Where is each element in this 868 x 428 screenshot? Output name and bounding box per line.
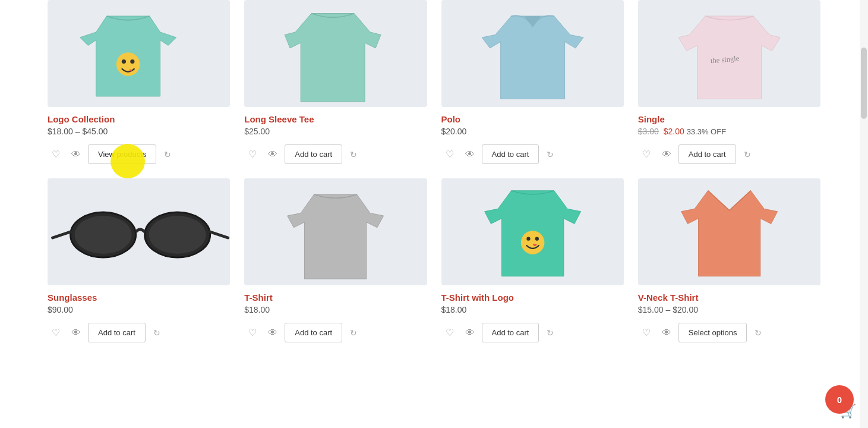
product-image-long-sleeve-tee — [244, 0, 427, 107]
product-price-t-shirt-with-logo: $18.00 — [441, 305, 624, 314]
product-actions-single: ♡ 👁 Add to cart ↻ — [638, 144, 820, 164]
refresh-icon-logo-collection[interactable]: ↻ — [160, 147, 175, 162]
add-to-cart-button-t-shirt-with-logo[interactable]: Add to cart — [482, 323, 539, 342]
product-actions-sunglasses: ♡ 👁 Add to cart ↻ — [48, 323, 230, 342]
scrollbar[interactable] — [860, 0, 868, 428]
product-actions-t-shirt-with-logo: ♡ 👁 Add to cart ↻ — [441, 323, 624, 342]
quickview-icon-long-sleeve-tee[interactable]: 👁 — [264, 146, 281, 163]
add-to-cart-button-sunglasses[interactable]: Add to cart — [88, 323, 146, 342]
wishlist-icon-sunglasses[interactable]: ♡ — [48, 325, 64, 341]
product-card-v-neck-t-shirt: V-Neck T-Shirt $15.00 – $20.00 ♡ 👁 Selec… — [638, 178, 820, 342]
product-actions-t-shirt: ♡ 👁 Add to cart ↻ — [244, 323, 427, 342]
refresh-icon-sunglasses[interactable]: ↻ — [149, 325, 165, 341]
wishlist-icon-t-shirt-with-logo[interactable]: ♡ — [441, 325, 458, 341]
scrollbar-thumb[interactable] — [861, 48, 867, 119]
product-price-sale-single: $2.00 — [664, 127, 684, 136]
product-price-v-neck-t-shirt: $15.00 – $20.00 — [638, 305, 820, 314]
add-to-cart-button-long-sleeve-tee[interactable]: Add to cart — [285, 144, 342, 164]
quickview-icon-sunglasses[interactable]: 👁 — [68, 325, 84, 341]
product-name-polo[interactable]: Polo — [441, 114, 624, 124]
product-image-single: the single — [638, 0, 820, 107]
products-grid-row1: Logo Collection $18.00 – $45.00 ♡ 👁 View… — [48, 0, 820, 164]
quickview-icon-polo[interactable]: 👁 — [462, 146, 478, 163]
quickview-icon-logo-collection[interactable]: 👁 — [68, 146, 84, 163]
refresh-icon-t-shirt-with-logo[interactable]: ↻ — [542, 325, 558, 341]
product-price-discount-single: 33.3% OFF — [687, 127, 726, 136]
product-actions-long-sleeve-tee: ♡ 👁 Add to cart ↻ — [244, 144, 427, 164]
quickview-icon-single[interactable]: 👁 — [658, 146, 675, 163]
wishlist-icon-t-shirt[interactable]: ♡ — [244, 325, 261, 341]
quickview-icon-t-shirt-with-logo[interactable]: 👁 — [462, 325, 478, 341]
highlight-circle — [111, 144, 145, 178]
add-to-cart-button-polo[interactable]: Add to cart — [482, 144, 539, 164]
wishlist-icon-logo-collection[interactable]: ♡ — [48, 146, 64, 163]
svg-point-1 — [122, 59, 126, 64]
product-price-sunglasses: $90.00 — [48, 305, 230, 314]
wishlist-icon-v-neck-t-shirt[interactable]: ♡ — [638, 325, 655, 341]
product-price-polo: $20.00 — [441, 127, 624, 136]
cart-badge[interactable]: 0 — [825, 385, 854, 414]
add-to-cart-button-t-shirt[interactable]: Add to cart — [285, 323, 342, 342]
svg-point-5 — [75, 216, 132, 254]
product-name-single[interactable]: Single — [638, 114, 820, 124]
product-price-single: $3.00 $2.00 33.3% OFF — [638, 127, 820, 136]
refresh-icon-v-neck-t-shirt[interactable]: ↻ — [750, 325, 766, 341]
product-card-polo: Polo $20.00 ♡ 👁 Add to cart ↻ — [441, 0, 624, 164]
product-actions-v-neck-t-shirt: ♡ 👁 Select options ↻ — [638, 323, 820, 342]
wishlist-icon-polo[interactable]: ♡ — [441, 146, 458, 163]
add-to-cart-button-single[interactable]: Add to cart — [678, 144, 736, 164]
product-name-sunglasses[interactable]: Sunglasses — [48, 292, 230, 303]
wishlist-icon-long-sleeve-tee[interactable]: ♡ — [244, 146, 261, 163]
svg-point-12 — [535, 237, 538, 241]
product-card-t-shirt-with-logo: T-Shirt with Logo $18.00 ♡ 👁 Add to cart… — [441, 178, 624, 342]
select-options-button-v-neck-t-shirt[interactable]: Select options — [678, 323, 747, 342]
product-price-original-single: $3.00 — [638, 127, 659, 136]
refresh-icon-polo[interactable]: ↻ — [542, 147, 558, 162]
product-name-t-shirt[interactable]: T-Shirt — [244, 292, 427, 303]
product-image-t-shirt-with-logo — [441, 178, 624, 285]
svg-point-0 — [116, 52, 140, 76]
product-card-long-sleeve-tee: Long Sleeve Tee $25.00 ♡ 👁 Add to cart ↻ — [244, 0, 427, 164]
page-wrapper: Logo Collection $18.00 – $45.00 ♡ 👁 View… — [0, 0, 868, 428]
svg-point-7 — [149, 216, 206, 254]
product-price-long-sleeve-tee: $25.00 — [244, 127, 427, 136]
product-name-logo-collection[interactable]: Logo Collection — [48, 114, 230, 124]
product-card-t-shirt: T-Shirt $18.00 ♡ 👁 Add to cart ↻ — [244, 178, 427, 342]
cart-count: 0 — [837, 395, 842, 405]
product-card-sunglasses: Sunglasses $90.00 ♡ 👁 Add to cart ↻ — [48, 178, 230, 342]
product-price-logo-collection: $18.00 – $45.00 — [48, 127, 230, 136]
product-image-polo — [441, 0, 624, 107]
product-price-t-shirt: $18.00 — [244, 305, 427, 314]
product-image-sunglasses — [48, 178, 230, 285]
wishlist-icon-single[interactable]: ♡ — [638, 146, 655, 163]
product-name-long-sleeve-tee[interactable]: Long Sleeve Tee — [244, 114, 427, 124]
product-card-logo-collection: Logo Collection $18.00 – $45.00 ♡ 👁 View… — [48, 0, 230, 164]
product-name-t-shirt-with-logo[interactable]: T-Shirt with Logo — [441, 292, 624, 303]
product-actions-polo: ♡ 👁 Add to cart ↻ — [441, 144, 624, 164]
quickview-icon-t-shirt[interactable]: 👁 — [264, 325, 281, 341]
product-name-v-neck-t-shirt[interactable]: V-Neck T-Shirt — [638, 292, 820, 303]
refresh-icon-t-shirt[interactable]: ↻ — [346, 325, 361, 341]
refresh-icon-single[interactable]: ↻ — [740, 147, 755, 162]
quickview-icon-v-neck-t-shirt[interactable]: 👁 — [658, 325, 675, 341]
svg-point-11 — [526, 237, 530, 241]
product-card-single: the single Single $3.00 $2.00 33.3% OFF … — [638, 0, 820, 164]
products-grid-row2: Sunglasses $90.00 ♡ 👁 Add to cart ↻ T-Sh… — [48, 178, 820, 342]
svg-line-9 — [210, 232, 228, 238]
product-image-v-neck-t-shirt — [638, 178, 820, 285]
svg-point-2 — [130, 59, 134, 64]
product-image-logo-collection — [48, 0, 230, 107]
product-image-t-shirt — [244, 178, 427, 285]
svg-line-8 — [53, 232, 71, 238]
refresh-icon-long-sleeve-tee[interactable]: ↻ — [346, 147, 361, 162]
svg-point-10 — [520, 231, 544, 254]
